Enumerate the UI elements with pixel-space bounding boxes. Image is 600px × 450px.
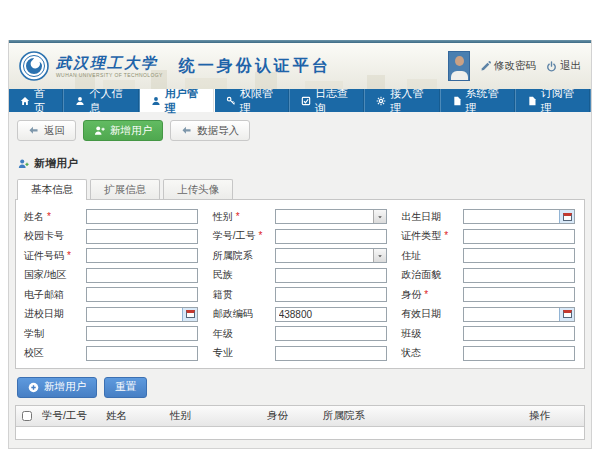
id-type-input[interactable] bbox=[463, 229, 575, 244]
required-asterisk: * bbox=[47, 211, 51, 222]
import-arrow-icon bbox=[181, 125, 192, 136]
ethnicity-input[interactable] bbox=[275, 268, 387, 283]
field-id-type: 证件类型* bbox=[401, 229, 576, 244]
major-input[interactable] bbox=[275, 346, 387, 361]
field-label: 证件类型* bbox=[401, 229, 463, 243]
header-right: 修改密码 退出 bbox=[448, 51, 581, 81]
status-input[interactable] bbox=[463, 346, 575, 361]
field-campus: 校区 bbox=[24, 346, 199, 361]
section-header: 新增用户 bbox=[15, 149, 585, 176]
tab-extended-info[interactable]: 扩展信息 bbox=[90, 179, 160, 199]
education-length-input[interactable] bbox=[86, 326, 198, 341]
checklist-icon bbox=[301, 96, 311, 106]
calendar-icon[interactable] bbox=[559, 308, 574, 321]
dropdown-arrow-icon[interactable] bbox=[373, 210, 386, 223]
name-input[interactable] bbox=[86, 209, 198, 224]
column-header-dept: 所属院系 bbox=[319, 409, 525, 423]
field-ethnicity: 民族 bbox=[213, 268, 388, 283]
nav-item-label: 日志查询 bbox=[315, 86, 353, 116]
field-control bbox=[275, 229, 387, 244]
field-control bbox=[463, 209, 575, 224]
data-import-button[interactable]: 数据导入 bbox=[170, 120, 250, 141]
field-control bbox=[463, 248, 575, 263]
postal-code-input[interactable] bbox=[275, 307, 387, 322]
nav-item-system-management[interactable]: 系统管理 bbox=[441, 89, 516, 112]
power-icon bbox=[546, 61, 557, 72]
field-control bbox=[86, 268, 198, 283]
field-label: 状态 bbox=[401, 346, 463, 360]
reset-label: 重置 bbox=[115, 380, 136, 394]
email-input[interactable] bbox=[86, 287, 198, 302]
nav-item-user-management[interactable]: 用户管理 bbox=[140, 89, 215, 112]
campus-input[interactable] bbox=[86, 346, 198, 361]
gender-input[interactable] bbox=[275, 209, 387, 224]
field-control bbox=[463, 326, 575, 341]
field-native-place: 籍贯 bbox=[213, 287, 388, 302]
nav-item-profile[interactable]: 个人信息 bbox=[64, 89, 139, 112]
back-button[interactable]: 返回 bbox=[17, 120, 76, 141]
calendar-icon[interactable] bbox=[182, 308, 197, 321]
field-control bbox=[275, 209, 387, 224]
nav-item-label: 个人信息 bbox=[89, 86, 127, 116]
calendar-icon[interactable] bbox=[559, 210, 574, 223]
nav-item-subscription-management[interactable]: 订阅管理 bbox=[516, 89, 591, 112]
user-add-icon bbox=[18, 158, 29, 169]
field-control bbox=[86, 229, 198, 244]
field-control bbox=[86, 209, 198, 224]
grade-input[interactable] bbox=[275, 326, 387, 341]
field-label: 学制 bbox=[24, 327, 86, 341]
university-logo bbox=[19, 51, 49, 81]
content: 返回 新增用户 数据导入 新增用户 基本信息扩展信息上传头像 姓名*性别*出生日… bbox=[9, 112, 591, 448]
political-status-input[interactable] bbox=[463, 268, 575, 283]
field-postal-code: 邮政编码 bbox=[213, 307, 388, 322]
identity-input[interactable] bbox=[463, 287, 575, 302]
native-place-input[interactable] bbox=[275, 287, 387, 302]
country-region-input[interactable] bbox=[86, 268, 198, 283]
form-grid: 姓名*性别*出生日期校园卡号学号/工号*证件类型*证件号码*所属院系住址国家/地… bbox=[24, 209, 576, 361]
required-asterisk: * bbox=[236, 211, 240, 222]
field-label: 有效日期 bbox=[401, 307, 463, 321]
nav-item-access-management[interactable]: 接入管理 bbox=[365, 89, 440, 112]
add-user-button-toolbar[interactable]: 新增用户 bbox=[83, 120, 163, 141]
field-label: 身份* bbox=[401, 288, 463, 302]
field-gender: 性别* bbox=[213, 209, 388, 224]
reset-button[interactable]: 重置 bbox=[104, 377, 147, 398]
tab-upload-avatar[interactable]: 上传头像 bbox=[163, 179, 233, 199]
field-label: 姓名* bbox=[24, 210, 86, 224]
select-all-checkbox[interactable] bbox=[22, 411, 32, 421]
table-empty-body bbox=[16, 427, 584, 439]
add-user-toolbar-label: 新增用户 bbox=[110, 124, 152, 138]
field-birth-date: 出生日期 bbox=[401, 209, 576, 224]
tab-basic-info[interactable]: 基本信息 bbox=[17, 179, 87, 200]
student-staff-no-input[interactable] bbox=[275, 229, 387, 244]
field-label: 电子邮箱 bbox=[24, 288, 86, 302]
app-window: 武汉理工大学 WUHAN UNIVERSITY OF TECHNOLOGY 统一… bbox=[8, 40, 592, 449]
campus-card-no-input[interactable] bbox=[86, 229, 198, 244]
university-block: 武汉理工大学 WUHAN UNIVERSITY OF TECHNOLOGY bbox=[56, 55, 163, 78]
field-control bbox=[275, 287, 387, 302]
nav-item-permission-management[interactable]: 权限管理 bbox=[215, 89, 290, 112]
department-input[interactable] bbox=[275, 248, 387, 263]
address-input[interactable] bbox=[463, 248, 575, 263]
field-control bbox=[86, 346, 198, 361]
column-header-name: 姓名 bbox=[102, 409, 166, 423]
field-control bbox=[463, 268, 575, 283]
field-control bbox=[86, 326, 198, 341]
users-table: 学号/工号姓名性别身份所属院系操作 bbox=[15, 405, 585, 440]
nav-item-home[interactable]: 首页 bbox=[9, 89, 64, 112]
add-user-submit-button[interactable]: 新增用户 bbox=[17, 377, 97, 398]
field-label: 校园卡号 bbox=[24, 229, 86, 243]
field-label: 所属院系 bbox=[213, 249, 275, 263]
field-label: 住址 bbox=[401, 249, 463, 263]
logout-link[interactable]: 退出 bbox=[546, 59, 581, 73]
dropdown-arrow-icon[interactable] bbox=[373, 249, 386, 262]
table-header-row: 学号/工号姓名性别身份所属院系操作 bbox=[16, 406, 584, 427]
change-password-link[interactable]: 修改密码 bbox=[480, 59, 536, 73]
avatar-shirt bbox=[451, 71, 468, 80]
class-input[interactable] bbox=[463, 326, 575, 341]
nav-item-log-query[interactable]: 日志查询 bbox=[290, 89, 365, 112]
field-education-length: 学制 bbox=[24, 326, 199, 341]
field-student-staff-no: 学号/工号* bbox=[213, 229, 388, 244]
id-number-input[interactable] bbox=[86, 248, 198, 263]
field-label: 校区 bbox=[24, 346, 86, 360]
